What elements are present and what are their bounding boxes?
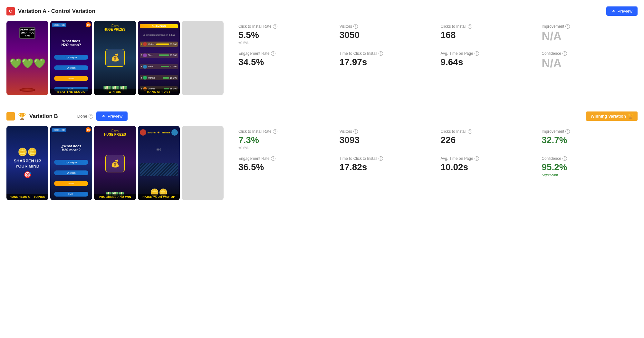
stat-b-conf-label: Confidence ?	[542, 156, 632, 161]
b-eng-info-icon[interactable]: ?	[271, 156, 275, 161]
thumbnail-b4[interactable]: Michel ⚡️ Martha 999 🪙🪙 RAISE YOUR WAY U…	[138, 126, 180, 200]
stat-a-atp-value: 9.64s	[441, 58, 532, 67]
stat-a-cti-label: Click to Install Rate ?	[238, 24, 329, 29]
stat-b-atp-label: Avg. Time on Page ?	[441, 156, 532, 161]
stat-a-conf-value: N/A	[542, 58, 632, 69]
thumbnail-a2[interactable]: SCIENCE 15 What doesH2O mean? Hydrogen O…	[50, 21, 92, 95]
thumbnail-b3[interactable]: EarnHUGE PRIZES 💰 💵💵💵 PROGRESS AND WIN	[94, 126, 136, 200]
stat-a-confidence: Confidence ? N/A	[536, 48, 638, 72]
science-label-a2: SCIENCE	[52, 23, 66, 27]
stat-a-visitors-label: Visitors ?	[340, 24, 430, 29]
stat-b-visitors: Visitors ? 3093	[334, 126, 436, 153]
stat-b-click-to-install-rate: Click to Install Rate ? 7.3% ±0.6%	[233, 126, 334, 153]
variation-b-preview-button[interactable]: 👁 Preview	[96, 111, 128, 121]
variation-b-thumbnails: 🪙🪙 SHARPEN UPYOUR MIND 🎯 HUNDREDS OF TOP…	[6, 126, 224, 200]
thumbnail-a1[interactable]: PROVE HOWSMART YOUARE 💚💚💚	[6, 21, 48, 95]
money-box-b3: 💰	[105, 155, 125, 172]
rank-row-3: 3 Alice 21.000	[140, 64, 178, 69]
done-label: Done ?	[77, 114, 93, 119]
stat-b-eng-label: Engagement Rate ?	[238, 156, 329, 161]
b-cti2-info-icon[interactable]: ?	[468, 129, 472, 134]
b-imp-info-icon[interactable]: ?	[565, 129, 570, 134]
stat-a-ttc-value: 17.97s	[340, 58, 430, 67]
stat-b-cti-value: 7.3%	[238, 136, 329, 145]
thumbnail-b2[interactable]: SCIENCE 15 ¿What doesH20 mean? Hydrogen …	[50, 126, 92, 200]
stat-a-time-to-click: Time to Click to Install ? 17.97s	[334, 48, 436, 72]
atp-info-icon[interactable]: ?	[475, 51, 479, 56]
earn-text-b3: EarnHUGE PRIZES	[104, 129, 126, 136]
variation-a-thumbnails: PROVE HOWSMART YOUARE 💚💚💚 SCIENCE 15 Wha…	[6, 21, 224, 95]
answer-b-hydrogen: Hydrogen	[54, 160, 88, 165]
stat-a-cti-value: 5.5%	[238, 31, 329, 40]
cti2-info-icon[interactable]: ?	[468, 24, 472, 29]
thumbnail-a4[interactable]: CHAMPION La temporada termina en 3 días …	[138, 21, 180, 95]
stat-b-cti-sub: ±0.6%	[238, 146, 329, 150]
earn-text-a3: EarnHUGE PRIZES!	[103, 24, 126, 31]
stat-b-cti2-value: 226	[441, 136, 532, 145]
variation-a-section: C Variation A - Control Variation 👁 Prev…	[0, 0, 644, 105]
thumb-a2-label: BEAT THE CLOCK	[50, 89, 92, 95]
variation-a-title: Variation A - Control Variation	[18, 8, 95, 14]
b-conf-info-icon[interactable]: ?	[562, 156, 567, 161]
answer-water: Water	[54, 76, 88, 81]
b-visitors-info-icon[interactable]: ?	[353, 129, 358, 134]
tv-screen-a1: PROVE HOWSMART YOUARE	[19, 27, 35, 39]
eye-icon-b: 👁	[101, 114, 106, 119]
thumbnail-b5-placeholder	[182, 126, 224, 200]
answer-b-oxygen: Oxygen	[54, 170, 88, 175]
stat-a-avg-time: Avg. Time on Page ? 9.64s	[436, 48, 537, 72]
stat-b-conf-sub: Significant	[542, 173, 632, 177]
trophy-icon-winning: 🏆	[628, 114, 633, 119]
variation-a-badge: C	[6, 7, 15, 15]
stat-b-ttc-value: 17.82s	[340, 163, 430, 172]
thumbnail-a5-placeholder	[182, 21, 224, 95]
stat-a-ttc-label: Time to Click to Install ?	[340, 51, 430, 56]
done-info-icon[interactable]: ?	[89, 114, 93, 119]
stat-a-cti2-value: 168	[441, 31, 532, 40]
variation-a-preview-button[interactable]: 👁 Preview	[606, 6, 638, 16]
thumbnail-b1[interactable]: 🪙🪙 SHARPEN UPYOUR MIND 🎯 HUNDREDS OF TOP…	[6, 126, 48, 200]
variation-b-title: Variation B	[29, 113, 58, 120]
answer-b-hello: Hello	[54, 192, 88, 197]
thumb-a3-label: WIN BIG	[94, 89, 136, 95]
stat-a-cti-sub: ±0.5%	[238, 41, 329, 45]
thumb-b1-label: HUNDREDS OF TOPICS	[6, 194, 48, 200]
thumbnail-a3[interactable]: EarnHUGE PRIZES! 💰 💵💵💵 WIN BIG	[94, 21, 136, 95]
science-num-a2: 15	[86, 22, 91, 27]
money-box-a3: 💰	[105, 49, 125, 67]
stat-b-engagement: Engagement Rate ? 36.5%	[233, 153, 334, 180]
stat-b-eng-value: 36.5%	[238, 163, 329, 172]
conf-info-icon[interactable]: ?	[562, 51, 567, 56]
thumb-b1-text: SHARPEN UPYOUR MIND	[14, 159, 41, 169]
imp-info-icon[interactable]: ?	[565, 24, 570, 29]
variation-a-header: C Variation A - Control Variation 👁 Prev…	[6, 6, 638, 16]
eng-info-icon[interactable]: ?	[271, 51, 275, 56]
science-num-b2: 15	[86, 127, 91, 132]
b-cti-info-icon[interactable]: ?	[273, 129, 277, 134]
stat-b-time-to-click: Time to Click to Install ? 17.82s	[334, 153, 436, 180]
variation-b-header: 🏆 Variation B Done ? 👁 Preview Winning V…	[6, 111, 638, 121]
rank-row-2: 2 Cher 25.000	[140, 53, 178, 58]
b-ttc-info-icon[interactable]: ?	[379, 156, 383, 161]
answer-oxygen: Oxygen	[54, 65, 88, 70]
cti-info-icon[interactable]: ?	[273, 24, 277, 29]
answer-b-water: Water	[54, 181, 88, 186]
vs-row-b4: Michel ⚡️ Martha	[140, 129, 178, 136]
visitors-info-icon[interactable]: ?	[353, 24, 358, 29]
variation-b-badge	[6, 112, 15, 121]
stat-b-avg-time: Avg. Time on Page ? 10.02s	[436, 153, 537, 180]
variation-a-content: PROVE HOWSMART YOUARE 💚💚💚 SCIENCE 15 Wha…	[6, 21, 638, 95]
thumb-a4-label: RANK UP FAST	[138, 89, 180, 95]
thumb-b3-label: PROGRESS AND WIN	[94, 194, 136, 200]
stat-b-atp-value: 10.02s	[441, 163, 532, 172]
stat-a-atp-label: Avg. Time on Page ?	[441, 51, 532, 56]
stat-b-improvement: Improvement ? 32.7%	[536, 126, 638, 153]
stat-a-eng-label: Engagement Rate ?	[238, 51, 329, 56]
stat-a-click-to-install-rate: Click to Install Rate ? 5.5% ±0.5%	[233, 21, 334, 48]
stat-a-improvement: Improvement ? N/A	[536, 21, 638, 48]
rank-row-1: 1 Michel 35.000	[140, 42, 178, 47]
stat-a-cti2-label: Clicks to Install ?	[441, 24, 532, 29]
trophy-icon: 🏆	[18, 112, 26, 120]
ttc-info-icon[interactable]: ?	[379, 51, 383, 56]
b-atp-info-icon[interactable]: ?	[475, 156, 479, 161]
